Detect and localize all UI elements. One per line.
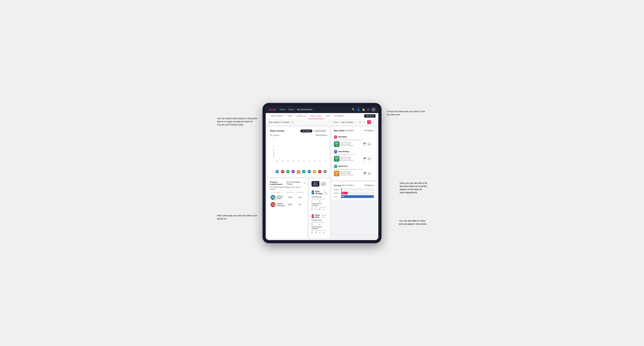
- on-course-toggle[interactable]: On Course: [300, 130, 312, 133]
- player-name: David Ford: [338, 165, 348, 167]
- avatar: LR: [324, 170, 327, 173]
- section-label: Total Practice Activities: [312, 203, 327, 206]
- shot-details: 09 Jun 2023 · Royal North Devon GC, Hole…: [334, 139, 372, 141]
- scoring-row-birdies: Birdies 96: [334, 192, 374, 194]
- total-practice-section: Total Practice Activities GTT APP ARG PU…: [312, 203, 327, 210]
- scoring-chart: Eagles 3 Birdies: [334, 188, 374, 198]
- stats-header: Tournament Practice: [312, 198, 327, 200]
- edit-icon[interactable]: ✏️: [291, 121, 294, 123]
- tab-all-players[interactable]: All Players: [332, 113, 346, 119]
- scoring-title: Scoring: [334, 184, 341, 186]
- avatar: BM: [276, 170, 279, 173]
- practice-subtitle: PUTT Must Make Putting (3-6 ft), Last 3 …: [270, 186, 305, 190]
- most-active-btn[interactable]: Most Active: [312, 181, 320, 187]
- sg-badge: 200 SG: [334, 156, 340, 162]
- shot-stat-yds: 16 yds: [363, 172, 366, 175]
- par-filter[interactable]: Par 3, 4 & 5s ▾: [342, 184, 354, 186]
- active-player-header: RB Rees Britt 02 Sep 2023: [312, 214, 327, 218]
- scoring-card: Scoring Par 3, 4 & 5s ▾ All Players ▾: [332, 182, 376, 200]
- scoring-row-pars: Pars 499: [334, 195, 374, 198]
- player-name: Matt Miller: [338, 136, 347, 138]
- player-name: Rees Britt: [315, 214, 321, 218]
- avatar[interactable]: U: [371, 107, 376, 112]
- active-player-1: BM Blair McHarg 26 Aug 2023 Total Rounds…: [312, 188, 327, 213]
- avatar: GB: [302, 170, 306, 173]
- nav-links: Home Teams My Performance: [280, 108, 348, 112]
- shot-item-2[interactable]: BM Blair McHarg 23 Jul 2023 · Aldridge G…: [334, 148, 374, 163]
- annotation-bottom-left: Filter what data you wish the table to b…: [217, 214, 259, 220]
- view-filter-icon[interactable]: ⫶: [372, 120, 376, 124]
- avatar: JC: [292, 170, 295, 173]
- add-team-button[interactable]: Add Team: [364, 114, 376, 118]
- chart-filter[interactable]: Total Rounds ▾: [316, 134, 327, 136]
- stats-row: 0 0 0 0: [312, 232, 327, 234]
- scoring-label: Pars: [334, 196, 340, 197]
- tab-team-clippd[interactable]: Team Clippd: [308, 113, 324, 119]
- tab-pgat-players[interactable]: PGAT Players: [268, 113, 286, 119]
- player-avg: 110: [296, 196, 304, 198]
- player-avg: 107: [296, 204, 304, 205]
- col-pb-avg: PB AVG SQ: [296, 191, 304, 193]
- players-filter[interactable]: All Players ▾: [365, 184, 374, 186]
- view-grid-icon[interactable]: ⊞: [358, 120, 362, 124]
- shot-item-3[interactable]: DF David Ford 24 Aug 2023 · Royal North …: [334, 163, 374, 178]
- stats-row: 0 0 0 1: [312, 208, 327, 210]
- total-practice-section: Total Practice Activities GTT APP ARG PU…: [312, 226, 327, 234]
- view-list-icon[interactable]: ≡: [362, 120, 366, 124]
- bell-icon[interactable]: 🔔: [362, 108, 365, 111]
- stats-header: GTT APP ARG PUTT: [312, 230, 327, 231]
- nav-teams[interactable]: Teams: [288, 108, 294, 112]
- right-panel: Best Shots All Shots ▾ All Players ▾: [332, 127, 376, 238]
- annotation-bottom-right-1: Here you can see who's hitthe best shots…: [400, 181, 427, 194]
- users-icon[interactable]: 👤: [357, 108, 360, 111]
- nav-icons: 🔍 👤 🔔 ⊕ U: [352, 107, 376, 112]
- chevron-down-icon: ▾: [354, 121, 355, 123]
- player-name: Edward Crossman: [277, 203, 285, 206]
- player-name: Blair McHarg: [338, 151, 349, 153]
- show-label: Show:: [334, 121, 339, 123]
- team-label: Team Clippd | 14 Players: [268, 121, 290, 123]
- eagles-bar: [341, 188, 342, 191]
- scoring-header: Scoring Par 3, 4 & 5s ▾ All Players ▾: [334, 184, 374, 186]
- player-pb-score: 19/20: [285, 196, 296, 198]
- player-avatar: RB: [312, 214, 314, 218]
- bar-group: 2: [323, 160, 327, 162]
- practice-filter[interactable]: PUTT Must Make Putting ... ▾: [286, 181, 305, 185]
- view-heart-icon[interactable]: ♥: [367, 120, 371, 124]
- chevron-right-icon: ›: [374, 140, 374, 142]
- search-icon[interactable]: 🔍: [352, 108, 355, 111]
- tab-tour[interactable]: Tour: [324, 113, 332, 119]
- avatar: DF: [286, 170, 290, 173]
- view-icons: ⊞ ≡ ♥ ⫶: [358, 120, 376, 124]
- tablet-frame: clippd Home Teams My Performance 🔍 👤 🔔 ⊕…: [262, 103, 382, 243]
- stats-row: 8 4: [312, 223, 327, 225]
- section-label: Total Rounds: [312, 219, 327, 221]
- active-player-left: BM Blair McHarg: [312, 190, 324, 194]
- all-shots-filter[interactable]: All Shots ▾: [346, 130, 354, 132]
- stats-header: Tournament Practice: [312, 221, 327, 223]
- shot-metrics: 198 SG Shot Dist: 16 ydsStart Lie: Rough…: [334, 171, 372, 176]
- shot-details: 23 Jul 2023 · Aldridge GC, Hole 15: [334, 154, 372, 155]
- tablet-screen: clippd Home Teams My Performance 🔍 👤 🔔 ⊕…: [266, 106, 378, 240]
- plus-icon[interactable]: ⊕: [367, 108, 369, 111]
- best-shots-header: Best Shots All Shots ▾ All Players ▾: [334, 130, 374, 132]
- all-players-filter[interactable]: All Players ▾: [365, 130, 374, 132]
- nav-my-performance[interactable]: My Performance: [297, 108, 312, 112]
- tab-hcaps[interactable]: Hcaps 1-5: [294, 113, 308, 119]
- active-player-left: RB Rees Britt: [312, 214, 321, 218]
- chevron-down-icon: ▾: [353, 130, 354, 132]
- stat-zero: 0yds: [367, 171, 372, 176]
- y-axis-label: Total Rounds: [273, 149, 274, 158]
- least-active-btn[interactable]: Least Active: [320, 181, 327, 187]
- nav-home[interactable]: Home: [280, 108, 285, 112]
- shot-desc: Shot Dist: 43 ydsStart Lie: RoughEnd Lie…: [340, 156, 362, 161]
- player-activity-title: Player Activity: [270, 130, 284, 132]
- shot-item-1[interactable]: MM Matt Miller 09 Jun 2023 · Royal North…: [334, 134, 374, 148]
- show-select[interactable]: Last 3 months: [341, 121, 353, 123]
- sg-badge: 200 SG: [334, 141, 340, 147]
- tab-pga[interactable]: PGA: [286, 113, 294, 119]
- bar-group: 12: [280, 160, 284, 162]
- player-avatar: MM: [334, 135, 338, 139]
- chart-subheader: On Course Total Rounds ▾: [270, 134, 327, 136]
- practice-drills-toggle[interactable]: Practice Drills: [313, 130, 327, 133]
